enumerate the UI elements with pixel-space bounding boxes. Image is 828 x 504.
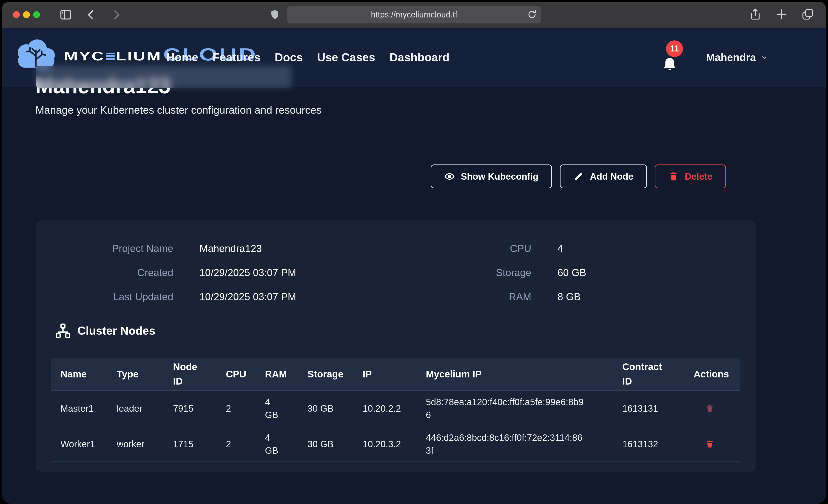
nodes-table: Name Type Node ID CPU RAM Storage IP Myc… [51,358,740,462]
traffic-lights [13,11,40,18]
notification-badge: 11 [666,40,683,57]
cell-mycelium-ip: 5d8:78ea:a120:f40c:ff0f:a5fe:99e6:8b96 [426,395,622,421]
cell-name: Worker1 [60,437,117,451]
nav-link-docs[interactable]: Docs [275,51,303,64]
cell-ram: 4 GB [265,395,307,421]
browser-toolbar: https://myceliumcloud.tf [2,2,826,28]
share-button[interactable] [749,8,762,22]
col-header-ram: RAM [265,367,307,381]
nav-link-features[interactable]: Features [213,51,260,64]
table-row-master1: Master1 leader 7915 2 4 GB 30 GB 10.20.2… [51,390,740,426]
col-header-contract-id: Contract ID [622,360,694,388]
privacy-shield-icon [270,8,280,22]
cluster-info-right: CPU 4 Storage 60 GB RAM 8 GB [394,237,586,309]
share-icon [749,8,762,21]
forward-button[interactable] [110,8,123,21]
col-header-ip: IP [363,367,426,381]
cell-name: Master1 [60,402,117,415]
reload-button[interactable] [527,9,537,21]
screenshot-root: https://myceliumcloud.tf [0,0,828,504]
info-row-last-updated: Last Updated 10/29/2025 03:07 PM [36,285,296,309]
col-header-storage: Storage [307,367,363,381]
page-subtitle: Manage your Kubernetes cluster configura… [35,104,322,116]
pencil-icon [573,171,584,182]
close-window-button[interactable] [13,11,20,18]
cell-type: leader [117,402,173,415]
minimize-window-button[interactable] [23,11,30,18]
user-menu[interactable]: Mahendra [706,28,768,87]
new-tab-icon [775,8,788,21]
nav-link-dashboard[interactable]: Dashboard [389,51,450,64]
info-row-cpu: CPU 4 [394,237,586,260]
cell-storage: 30 GB [307,437,363,451]
nodes-table-header: Name Type Node ID CPU RAM Storage IP Myc… [51,358,740,390]
col-header-name: Name [60,367,117,381]
user-name: Mahendra [706,51,756,64]
forward-icon [110,8,123,21]
toolbar-right-cluster [749,2,814,28]
table-row-worker1: Worker1 worker 1715 2 4 GB 30 GB 10.20.3… [51,426,740,462]
eye-icon [444,171,455,182]
nav-link-use-cases[interactable]: Use Cases [317,51,375,64]
trash-icon [668,171,679,182]
info-row-ram: RAM 8 GB [394,285,586,309]
url-text: https://myceliumcloud.tf [371,10,457,19]
url-bar[interactable]: https://myceliumcloud.tf [287,6,541,24]
notifications-button[interactable]: 11 [662,40,687,75]
network-icon [55,323,71,338]
cluster-nodes-heading: Cluster Nodes [55,323,155,338]
cell-ip: 10.20.3.2 [363,437,426,451]
toolbar-center-cluster: https://myceliumcloud.tf [270,2,541,28]
blur-redaction [36,66,291,88]
delete-node-button[interactable] [694,403,740,414]
cell-cpu: 2 [226,402,265,415]
cell-storage: 30 GB [307,402,363,415]
col-header-type: Type [117,367,173,381]
trash-icon [705,439,714,449]
cluster-info-card: Project Name Mahendra123 Created 10/29/2… [36,220,756,472]
tab-overview-icon [801,8,814,21]
col-header-actions: Actions [694,367,740,381]
nav-link-home[interactable]: Home [166,51,198,64]
cluster-info-left: Project Name Mahendra123 Created 10/29/2… [36,237,296,309]
cell-node-id: 7915 [173,402,226,415]
back-button[interactable] [85,8,97,21]
chevron-down-icon [760,54,768,60]
new-tab-button[interactable] [775,8,788,22]
col-header-cpu: CPU [226,367,265,381]
info-row-created: Created 10/29/2025 03:07 PM [36,260,296,285]
tab-overview-button[interactable] [801,8,814,22]
col-header-mycelium-ip: Mycelium IP [426,367,622,381]
delete-cluster-button[interactable]: Delete [655,165,726,188]
brand-e-stylized [106,53,115,61]
bell-icon [662,56,677,72]
sidebar-toggle-button[interactable] [59,8,72,21]
cell-type: worker [117,437,173,451]
delete-node-button[interactable] [694,439,740,449]
cluster-actions: Show Kubeconfig Add Node Delete [431,165,726,188]
back-icon [85,8,97,21]
cell-contract-id: 1613132 [622,437,694,451]
show-kubeconfig-button[interactable]: Show Kubeconfig [431,165,552,188]
browser-window: https://myceliumcloud.tf [2,2,826,504]
info-row-storage: Storage 60 GB [394,260,586,285]
cell-node-id: 1715 [173,437,226,451]
trash-icon [705,403,714,414]
cell-ram: 4 GB [265,431,307,457]
reload-icon [527,9,537,20]
col-header-node-id: Node ID [173,360,226,388]
privacy-shield-button[interactable] [270,8,280,22]
info-row-project-name: Project Name Mahendra123 [36,237,296,260]
sidebar-icon [59,8,72,21]
brand-line-mycelium: MYCLIUM [64,49,162,63]
cell-mycelium-ip: 446:d2a6:8bcd:8c16:ff0f:72e2:3114:863f [426,431,622,457]
cell-contract-id: 1613131 [622,402,694,415]
add-node-button[interactable]: Add Node [560,165,647,188]
cell-cpu: 2 [226,437,265,451]
cell-ip: 10.20.2.2 [363,402,426,415]
toolbar-left-cluster [13,2,135,28]
zoom-window-button[interactable] [33,11,40,18]
